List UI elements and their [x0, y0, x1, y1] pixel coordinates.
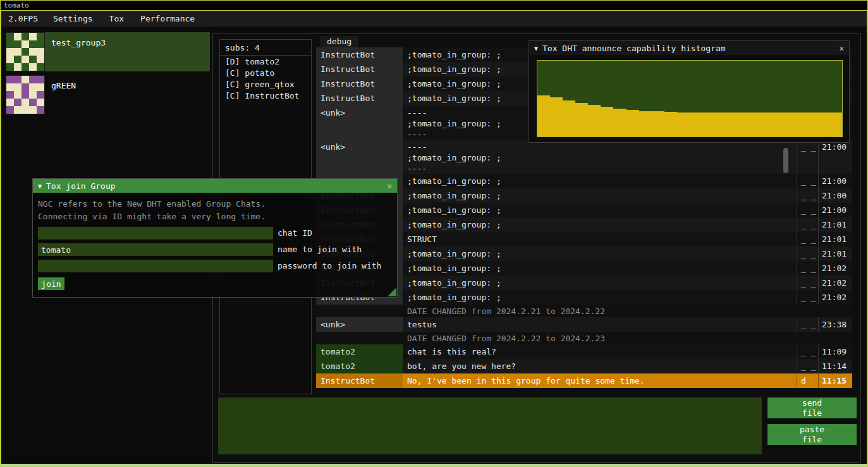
close-icon[interactable]: ✕ — [387, 181, 392, 191]
histogram-bar — [817, 112, 829, 136]
message-time: 21:00 — [818, 203, 852, 217]
message-text: ;tomato_in_group: ; — [403, 217, 797, 232]
window-titlebar: tomato — [1, 1, 867, 11]
tab-debug[interactable]: debug — [321, 36, 358, 47]
chat-id-input[interactable] — [38, 227, 273, 240]
dht-histogram-titlebar: ▼ Tox DHT announce capability histogram … — [529, 41, 849, 55]
join-field-label: name to join with — [273, 243, 362, 256]
menu-item-settings[interactable]: Settings — [45, 11, 101, 27]
join-field-row: password to join with — [38, 260, 392, 272]
collapse-arrow-icon[interactable]: ▼ — [534, 45, 538, 52]
collapse-arrow-icon[interactable]: ▼ — [38, 183, 42, 190]
chat-message-row[interactable]: InstructBotNo, I've been in this group f… — [316, 373, 852, 388]
histogram-bar — [588, 105, 601, 136]
member-green_qtox[interactable]: [C] green_qtox — [220, 78, 311, 90]
resize-grip-icon[interactable] — [388, 288, 396, 296]
message-flags: _ _ — [797, 203, 818, 217]
message-author: tomato2 — [316, 359, 403, 373]
message-author: InstructBot — [316, 62, 403, 76]
fps-counter: 2.0FPS — [1, 11, 45, 27]
join-button[interactable]: join — [38, 277, 64, 290]
group-avatar — [6, 32, 45, 71]
date-changed-separator: DATE CHANGED from 2024.2.22 to 2024.2.23 — [316, 332, 852, 344]
dht-histogram-window: ▼ Tox DHT announce capability histogram … — [529, 40, 850, 143]
message-text: ;tomato_in_group: ; — [403, 174, 797, 188]
message-flags: _ _ — [797, 290, 818, 305]
join-group-titlebar: ▼ Tox join Group ✕ — [33, 179, 397, 193]
join-group-title: Tox join Group — [46, 181, 116, 191]
message-author: <unk> — [316, 317, 403, 332]
message-input[interactable] — [218, 397, 762, 454]
histogram-bar — [677, 112, 690, 136]
message-text: ;tomato_in_group: ; — [403, 203, 797, 217]
close-icon[interactable]: ✕ — [839, 44, 844, 53]
window-title: tomato — [4, 1, 29, 9]
message-author: InstructBot — [316, 373, 403, 388]
member-potato[interactable]: [C] potato — [220, 67, 311, 78]
histogram-bar — [664, 112, 677, 136]
join-info-line: NGC refers to the New DHT enabled Group … — [33, 193, 397, 210]
member-InstructBot[interactable]: [C] InstructBot — [220, 90, 311, 101]
histogram-bar — [537, 95, 550, 136]
histogram-bar — [627, 110, 639, 136]
histogram-bar — [829, 112, 842, 136]
histogram-bar — [575, 103, 588, 136]
group-list: test_group3gREEN — [6, 32, 210, 118]
histogram-bar — [550, 97, 563, 136]
menu-bar-items: SettingsToxPerformance — [45, 11, 203, 27]
member-list: [D] tomato2[C] potato[C] green_qtox[C] I… — [220, 56, 311, 101]
date-changed-separator: DATE CHANGED from 2024.2.21 to 2024.2.22 — [316, 305, 852, 317]
message-time: 21:01 — [818, 246, 852, 261]
dht-histogram-title: Tox DHT announce capability histogram — [542, 44, 726, 53]
message-flags: _ _ — [797, 246, 818, 261]
message-text: ;tomato_in_group: ; — [403, 276, 797, 290]
paste-file-button[interactable]: paste file — [767, 424, 857, 445]
chat-message-row[interactable]: <unk>testus_ _23:38 — [316, 317, 852, 332]
message-time: 21:00 — [818, 140, 852, 174]
message-text: ;tomato_in_group: ; — [403, 188, 797, 203]
group-name: test_group3 — [45, 32, 106, 71]
join-field-label: password to join with — [273, 260, 381, 272]
chat-message-row[interactable]: tomato2chat is this real?_ _11:09 — [316, 344, 852, 359]
message-text: ----;tomato_in_group: ;---- — [403, 140, 797, 174]
password-to-join-with-input[interactable] — [38, 260, 273, 272]
message-flags: _ _ — [797, 140, 818, 174]
message-time: 21:02 — [818, 276, 852, 290]
join-group-window: ▼ Tox join Group ✕ NGC refers to the New… — [32, 178, 398, 298]
message-time: 21:00 — [818, 174, 852, 188]
histogram-bar — [804, 112, 817, 136]
member-tomato2[interactable]: [D] tomato2 — [220, 56, 311, 67]
message-time: 21:01 — [818, 232, 852, 246]
menu-item-performance[interactable]: Performance — [132, 11, 203, 27]
menu-bar: 2.0FPS SettingsToxPerformance — [1, 11, 867, 27]
message-time: 21:02 — [818, 290, 852, 305]
group-name: gREEN — [45, 75, 76, 114]
message-flags: _ _ — [797, 188, 818, 203]
window-frame-bottom — [1, 464, 867, 466]
histogram-plot — [537, 60, 843, 137]
send-file-button[interactable]: send file — [767, 397, 857, 418]
message-time: 11:14 — [818, 359, 852, 373]
chat-message-row[interactable]: <unk>----;tomato_in_group: ;----_ _21:00 — [316, 140, 852, 174]
histogram-bar — [740, 112, 753, 136]
chat-scrollbar[interactable] — [783, 148, 788, 173]
group-item-test_group3[interactable]: test_group3 — [6, 32, 210, 71]
message-text: STRUCT — [403, 232, 797, 246]
message-flags: _ _ — [797, 217, 818, 232]
chat-message-row[interactable]: tomato2bot, are you new here?_ _11:14 — [316, 359, 852, 373]
histogram-bar — [766, 112, 778, 136]
message-time: 23:38 — [818, 317, 852, 332]
message-time: 11:09 — [818, 344, 852, 359]
join-field-row: chat ID — [38, 227, 392, 240]
menu-item-tox[interactable]: Tox — [101, 11, 132, 27]
join-field-label: chat ID — [273, 227, 312, 240]
name-to-join-with-input[interactable] — [38, 243, 273, 256]
message-text: chat is this real? — [403, 344, 797, 359]
histogram-bar — [639, 111, 652, 136]
message-time: 21:01 — [818, 217, 852, 232]
group-item-gREEN[interactable]: gREEN — [6, 75, 210, 114]
join-fields: chat IDname to join withpassword to join… — [33, 227, 397, 272]
message-author: <unk> — [316, 106, 403, 140]
message-flags: d — [797, 373, 818, 388]
message-text: ;tomato_in_group: ; — [403, 246, 797, 261]
